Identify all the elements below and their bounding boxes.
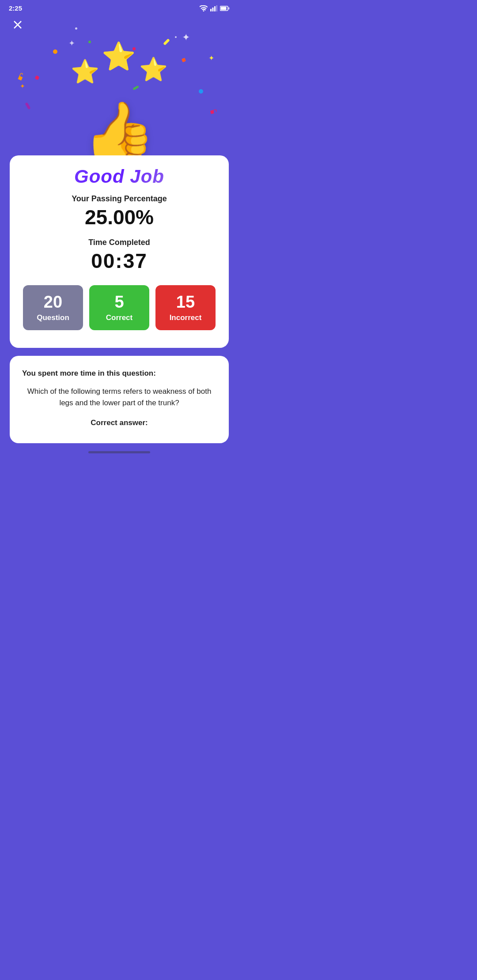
good-job-title: Good Job xyxy=(23,155,216,194)
thumbs-up-emoji: 👍 xyxy=(83,102,155,160)
incorrect-stat-box: 15 Incorrect xyxy=(155,285,216,330)
celebration-area: ✦ ✦ ✦ ✦ ꗃ ꗃ ⭐ ⭐ ⭐ 👍 xyxy=(0,14,238,155)
home-indicator xyxy=(88,451,150,453)
time: 2:25 xyxy=(9,4,22,12)
correct-stat-box: 5 Correct xyxy=(89,285,149,330)
svg-rect-5 xyxy=(221,7,227,10)
correct-answer-label: Correct answer: xyxy=(22,418,216,427)
bottom-card-intro: You spent more time in this question: xyxy=(22,368,216,379)
passing-percent: 25.00% xyxy=(23,205,216,229)
passing-label: Your Passing Percentage xyxy=(23,194,216,204)
status-bar: 2:25 xyxy=(0,0,238,14)
time-label: Time Completed xyxy=(23,238,216,247)
time-value: 00:37 xyxy=(23,249,216,273)
correct-label: Correct xyxy=(94,313,145,322)
svg-rect-3 xyxy=(216,5,218,11)
incorrect-count: 15 xyxy=(160,293,211,312)
question-count: 20 xyxy=(27,293,79,312)
svg-rect-0 xyxy=(210,9,212,11)
correct-count: 5 xyxy=(94,293,145,312)
signal-icon xyxy=(210,5,217,11)
question-text: Which of the following terms refers to w… xyxy=(22,386,216,409)
bottom-card: You spent more time in this question: Wh… xyxy=(10,356,229,443)
close-button[interactable] xyxy=(10,17,26,33)
question-label: Question xyxy=(27,313,79,322)
status-icons xyxy=(200,5,230,11)
incorrect-label: Incorrect xyxy=(160,313,211,322)
close-icon xyxy=(12,19,23,30)
stats-row: 20 Question 5 Correct 15 Incorrect xyxy=(23,285,216,330)
battery-icon xyxy=(220,6,230,11)
star-left: ⭐ xyxy=(71,58,99,85)
star-center: ⭐ xyxy=(102,41,136,72)
svg-rect-1 xyxy=(212,8,214,11)
question-stat-box: 20 Question xyxy=(23,285,83,330)
wifi-icon xyxy=(200,5,208,11)
main-result-card: Good Job Your Passing Percentage 25.00% … xyxy=(10,155,229,348)
svg-rect-2 xyxy=(214,6,216,11)
star-right: ⭐ xyxy=(139,56,168,83)
svg-rect-6 xyxy=(228,7,230,9)
